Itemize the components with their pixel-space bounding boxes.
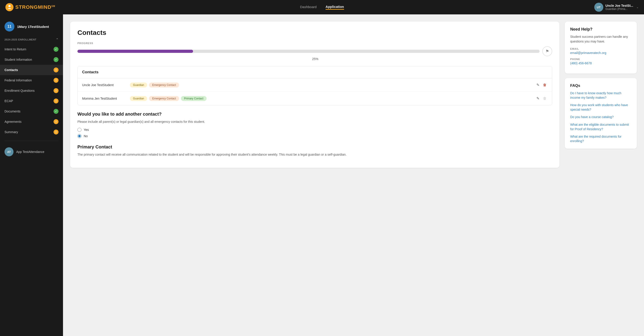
content-grid: Contacts PROGRESS ⚑ 25% Contacts Uncle J…	[70, 21, 637, 168]
sidebar-item-agreements[interactable]: Agreements !	[0, 116, 63, 127]
sidebar-bottom-user: AT App TestAttendance	[0, 145, 63, 159]
contacts-table-card: Contacts Uncle Joe TestStudent Guardian …	[78, 66, 552, 105]
logo-area: STRONGMINDSM	[6, 3, 216, 11]
help-card: Need Help? Student success partners can …	[565, 21, 637, 73]
user-menu-chevron[interactable]: ⌄	[636, 6, 638, 9]
enrollment-chevron[interactable]: ⌃	[56, 38, 59, 41]
contact-actions-2: ✎ 🗑	[536, 95, 548, 101]
user-area: UT Uncle Joe TestSt... Guardian (Prima..…	[428, 3, 638, 12]
user-info-nav: Uncle Joe TestSt... Guardian (Prima...	[606, 4, 633, 10]
enrollment-header: 2024-2025 ENROLLMENT ⌃	[0, 36, 63, 44]
nav-links: Dashboard Application	[216, 5, 428, 10]
status-green-intent: ✓	[54, 47, 58, 52]
edit-contact-2-button[interactable]: ✎	[536, 95, 540, 101]
primary-contact-section: Primary Contact The primary contact will…	[78, 144, 552, 157]
status-green-student: ✓	[54, 57, 58, 62]
progress-label: PROGRESS	[78, 42, 552, 44]
progress-bar-container: ⚑	[78, 46, 552, 56]
faq-link-3[interactable]: Do you have a course catalog?	[570, 115, 632, 119]
tag-guardian-2: Guardian	[130, 96, 147, 101]
tag-guardian-1: Guardian	[130, 82, 147, 87]
delete-contact-2-button[interactable]: 🗑	[542, 96, 548, 101]
primary-contact-desc: The primary contact will receive all com…	[78, 152, 552, 157]
svg-point-1	[8, 5, 10, 7]
contact-tags-1: Guardian Emergency Contact	[130, 82, 533, 87]
logo-icon	[6, 3, 14, 11]
student-avatar: 11	[4, 21, 14, 31]
bottom-user-avatar: AT	[4, 147, 14, 156]
user-name-display: Uncle Joe TestSt...	[606, 4, 633, 7]
help-email-label: EMAIL	[570, 47, 632, 50]
status-orange-ecap: !	[54, 98, 58, 103]
logo-text: STRONGMINDSM	[15, 4, 55, 10]
sidebar-item-student-information[interactable]: Student Information ✓	[0, 54, 63, 65]
sidebar-item-summary[interactable]: Summary !	[0, 127, 63, 137]
sidebar-item-documents[interactable]: Documents ✓	[0, 106, 63, 116]
faq-title: FAQs	[570, 83, 632, 88]
radio-yes-label[interactable]: Yes	[78, 128, 552, 132]
status-green-documents: ✓	[54, 109, 58, 114]
delete-contact-1-button[interactable]: 🗑	[542, 82, 548, 88]
radio-no-label[interactable]: No	[78, 134, 552, 138]
tag-primary-2: Primary Contact	[181, 96, 206, 101]
sidebar-student: 11 1Mary 1TestStudent	[0, 19, 63, 36]
progress-flag-button[interactable]: ⚑	[542, 46, 552, 56]
user-role-display: Guardian (Prima...	[606, 7, 633, 10]
primary-contact-title: Primary Contact	[78, 144, 552, 150]
status-orange-contacts: !	[54, 67, 58, 72]
status-orange-enrollment: !	[54, 88, 58, 93]
add-contact-title: Would you like to add another contact?	[78, 112, 552, 117]
top-nav: STRONGMINDSM Dashboard Application UT Un…	[0, 0, 644, 14]
student-name: 1Mary 1TestStudent	[17, 25, 49, 28]
contact-name-1: Uncle Joe TestStudent	[82, 83, 127, 87]
status-orange-summary: !	[54, 130, 58, 134]
sidebar-item-federal-information[interactable]: Federal Information !	[0, 75, 63, 85]
page-title: Contacts	[78, 29, 552, 36]
right-panel: Need Help? Student success partners can …	[565, 21, 637, 149]
tag-emergency-1: Emergency Contact	[149, 82, 179, 87]
faq-card: FAQs Do I have to know exactly how much …	[565, 78, 637, 149]
edit-contact-1-button[interactable]: ✎	[536, 82, 540, 88]
sidebar: 11 1Mary 1TestStudent 2024-2025 ENROLLME…	[0, 14, 63, 336]
contact-tags-2: Guardian Emergency Contact Primary Conta…	[130, 96, 533, 101]
help-phone-label: PHONE	[570, 58, 632, 60]
add-contact-section: Would you like to add another contact? P…	[78, 112, 552, 138]
add-contact-desc: Please include all parent(s) or legal gu…	[78, 119, 552, 124]
contacts-table-header: Contacts	[78, 66, 552, 78]
add-contact-radio-group: Yes No	[78, 128, 552, 138]
help-email-value[interactable]: email@primaveratech.org	[570, 51, 632, 55]
status-orange-federal: !	[54, 78, 58, 83]
faq-link-1[interactable]: Do I have to know exactly how much incom…	[570, 91, 632, 100]
faq-link-2[interactable]: How do you work with students who have s…	[570, 103, 632, 112]
help-phone-value[interactable]: (480) 456-6678	[570, 61, 632, 65]
table-row: Momma Jen TestStudent Guardian Emergency…	[78, 92, 552, 105]
help-desc: Student success partners can handle any …	[570, 34, 632, 44]
application-nav-link[interactable]: Application	[326, 5, 344, 10]
faq-link-4[interactable]: What are the eligible documents to submi…	[570, 123, 632, 131]
help-title: Need Help?	[570, 27, 632, 32]
app-layout: 11 1Mary 1TestStudent 2024-2025 ENROLLME…	[0, 14, 644, 336]
progress-percent: 25%	[78, 57, 552, 61]
progress-bar-track	[78, 50, 540, 53]
status-orange-agreements: !	[54, 119, 58, 124]
sidebar-item-intent-to-return[interactable]: Intent to Return ✓	[0, 44, 63, 54]
user-avatar-nav: UT	[594, 3, 603, 12]
radio-yes-input[interactable]	[78, 128, 82, 132]
sidebar-item-enrollment-questions[interactable]: Enrollment Questions !	[0, 85, 63, 96]
dashboard-nav-link[interactable]: Dashboard	[300, 5, 316, 10]
contact-actions-1: ✎ 🗑	[536, 82, 548, 88]
sidebar-item-ecap[interactable]: ECAP !	[0, 96, 63, 106]
sidebar-item-contacts[interactable]: Contacts !	[0, 65, 63, 75]
contact-name-2: Momma Jen TestStudent	[82, 97, 127, 100]
bottom-user-name: App TestAttendance	[16, 150, 44, 154]
contacts-card: Contacts PROGRESS ⚑ 25% Contacts Uncle J…	[70, 21, 560, 168]
progress-bar-fill	[78, 50, 193, 53]
radio-no-input[interactable]	[78, 134, 82, 138]
faq-link-5[interactable]: What are the required documents for enro…	[570, 134, 632, 143]
tag-emergency-2: Emergency Contact	[149, 96, 179, 101]
table-row: Uncle Joe TestStudent Guardian Emergency…	[78, 78, 552, 92]
main-content: Contacts PROGRESS ⚑ 25% Contacts Uncle J…	[63, 14, 644, 336]
